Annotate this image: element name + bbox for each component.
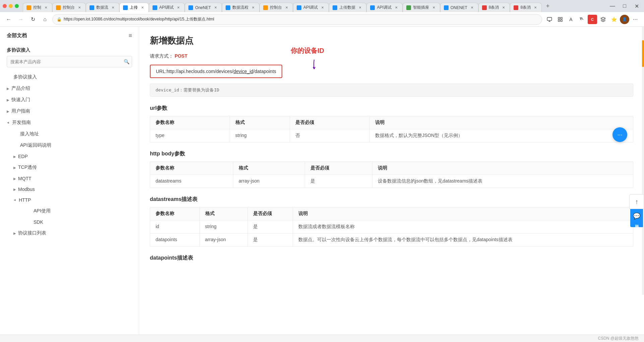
tab-1[interactable]: 控制 ✕ bbox=[23, 3, 52, 12]
sidebar-header: 全部文档 ≡ bbox=[0, 32, 139, 45]
tab-7[interactable]: 数据流程 ✕ bbox=[222, 3, 259, 12]
tab-13[interactable]: ONENET ✕ bbox=[440, 3, 478, 12]
sidebar-menu-icon[interactable]: ≡ bbox=[128, 32, 132, 39]
tab-3-close[interactable]: ✕ bbox=[110, 5, 116, 10]
tab-15-close[interactable]: ✕ bbox=[533, 5, 538, 10]
sidebar-item-api-return-code[interactable]: API返回码说明 bbox=[7, 140, 139, 151]
annotation-label: 你的设备ID bbox=[291, 47, 324, 54]
tab-3[interactable]: 数据流 ✕ bbox=[86, 3, 119, 12]
back-button[interactable]: ← bbox=[4, 15, 13, 24]
table-row: datapoints array-json 是 数据点。可以一次性向设备云上传多… bbox=[150, 233, 633, 247]
main-area: 全部文档 ≡ 多协议接入 🔍 多协议接入 ▶ 产品介绍 ▶ 快速入门 ▶ 用户指… bbox=[0, 27, 644, 335]
ds-param-id-name: id bbox=[150, 220, 200, 233]
body-table-header-desc: 说明 bbox=[372, 162, 633, 175]
sidebar-item-modbus[interactable]: ▶ Modbus bbox=[7, 184, 139, 195]
ds-param-id-required: 是 bbox=[248, 220, 293, 233]
sidebar-item-mqtt[interactable]: ▶ MQTT bbox=[7, 173, 139, 184]
tab-5-close[interactable]: ✕ bbox=[176, 5, 181, 10]
tab-11-close[interactable]: ✕ bbox=[394, 5, 399, 10]
grid-button[interactable] bbox=[555, 15, 565, 24]
sidebar-item-dev-guide[interactable]: ▼ 开发指南 bbox=[0, 117, 139, 128]
tab-5[interactable]: API调试 ✕ bbox=[149, 3, 185, 12]
sidebar-item-protocol-list[interactable]: ▶ 协议接口列表 bbox=[7, 227, 139, 239]
tab-9-close[interactable]: ✕ bbox=[320, 5, 325, 10]
tab-10[interactable]: 上传数据 ✕ bbox=[329, 3, 366, 12]
sidebar-item-quickstart[interactable]: ▶ 快速入门 bbox=[0, 94, 139, 106]
ds-table-header-format: 格式 bbox=[199, 207, 248, 220]
sidebar-item-sdk[interactable]: SDK bbox=[20, 217, 139, 227]
tab-2[interactable]: 控制台 ✕ bbox=[52, 3, 86, 12]
upload-icon: ↑ bbox=[635, 198, 638, 206]
address-bar[interactable]: 🔒 https://open.iot.10086.cn/doc/multipro… bbox=[52, 14, 542, 25]
right-widget: ↑ 💬 联系我们 bbox=[629, 194, 644, 227]
url-table-header-name: 参数名称 bbox=[150, 116, 230, 129]
url-param-desc: 数据格式，默认为完整JSON型（见示例） bbox=[369, 129, 633, 142]
more-button[interactable]: ⋯ bbox=[631, 15, 640, 24]
url-prefix: http://api.heclouds.com/devices/ bbox=[167, 69, 233, 74]
csdn-icon[interactable]: C bbox=[588, 15, 597, 24]
extensions-button[interactable] bbox=[598, 15, 608, 24]
tab-9[interactable]: API调试 ✕ bbox=[293, 3, 329, 12]
home-button[interactable]: ⌂ bbox=[40, 15, 50, 24]
chevron-down-icon: ▼ bbox=[6, 121, 10, 124]
tab-6-close[interactable]: ✕ bbox=[213, 5, 218, 10]
sidebar-item-product-intro[interactable]: ▶ 产品介绍 bbox=[0, 83, 139, 94]
sidebar-item-user-guide[interactable]: ▶ 用户指南 bbox=[0, 106, 139, 117]
browser-frame: 控制 ✕ 控制台 ✕ 数据流 ✕ 上传 ✕ API调试 ✕ bbox=[0, 0, 644, 342]
font-button[interactable]: A bbox=[566, 15, 576, 24]
chevron-down-icon-http: ▼ bbox=[13, 198, 17, 202]
tab-12-close[interactable]: ✕ bbox=[431, 5, 436, 10]
bottom-bar-text: CSDN @超级无敌憨憨 bbox=[598, 336, 639, 341]
tab-8[interactable]: 控制台 ✕ bbox=[259, 3, 293, 12]
scroll-thumb[interactable] bbox=[642, 40, 644, 67]
sidebar-item-access-addr[interactable]: 接入地址 bbox=[7, 128, 139, 140]
new-tab-button[interactable]: + bbox=[543, 1, 552, 11]
tab-14[interactable]: 8条消 ✕ bbox=[478, 3, 510, 12]
sidebar-item-api-use[interactable]: API使用 bbox=[20, 205, 139, 217]
chevron-right-icon-modbus: ▶ bbox=[13, 188, 16, 191]
chat-text: 联系我们 bbox=[634, 221, 640, 224]
upload-icon-btn[interactable]: ↑ bbox=[629, 194, 644, 209]
translate-button[interactable] bbox=[577, 15, 586, 24]
datastreams-table: 参数名称 格式 是否必须 说明 id string 是 数据流或者数据流模板名称… bbox=[150, 207, 633, 247]
sidebar-item-multiprotocol[interactable]: 多协议接入 bbox=[0, 71, 139, 83]
reload-button[interactable]: ↻ bbox=[28, 15, 38, 24]
float-button[interactable]: ··· bbox=[612, 127, 627, 142]
sidebar-item-tcp[interactable]: ▶ TCP透传 bbox=[7, 162, 139, 173]
tab-4-active[interactable]: 上传 ✕ bbox=[119, 3, 149, 12]
sidebar-search-input[interactable] bbox=[7, 56, 132, 67]
tab-11[interactable]: API调试 ✕ bbox=[366, 3, 402, 12]
tab-6[interactable]: OneNET ✕ bbox=[185, 3, 222, 12]
chat-widget[interactable]: 💬 联系我们 bbox=[630, 209, 643, 227]
sidebar-dev-guide-sub: 接入地址 API返回码说明 ▶ EDP ▶ TCP透传 ▶ MQTT ▶ Mod… bbox=[0, 128, 139, 239]
sidebar-item-http[interactable]: ▼ HTTP bbox=[7, 195, 139, 205]
bookmark-button[interactable]: ⭐ bbox=[609, 15, 619, 24]
tab-13-close[interactable]: ✕ bbox=[469, 5, 475, 10]
sidebar-section-label: 多协议接入 bbox=[0, 45, 139, 56]
cast-button[interactable] bbox=[545, 15, 554, 24]
body-param-required: 是 bbox=[305, 175, 372, 188]
tab-7-close[interactable]: ✕ bbox=[250, 5, 256, 10]
svg-rect-1 bbox=[558, 17, 560, 19]
search-icon: 🔍 bbox=[124, 59, 129, 64]
tab-12[interactable]: 智能插座 ✕ bbox=[403, 3, 440, 12]
titlebar: 控制 ✕ 控制台 ✕ 数据流 ✕ 上传 ✕ API调试 ✕ bbox=[0, 0, 644, 12]
tab-14-close[interactable]: ✕ bbox=[501, 5, 506, 10]
tab-8-close[interactable]: ✕ bbox=[284, 5, 289, 10]
request-method-label: 请求方式： POST bbox=[150, 53, 633, 59]
tab-10-close[interactable]: ✕ bbox=[357, 5, 363, 10]
tab-4-close[interactable]: ✕ bbox=[140, 5, 145, 10]
tab-2-close[interactable]: ✕ bbox=[77, 5, 82, 10]
maximize-button[interactable]: □ bbox=[620, 1, 629, 11]
url-label: URL: bbox=[156, 69, 167, 74]
tab-strip: 控制 ✕ 控制台 ✕ 数据流 ✕ 上传 ✕ API调试 ✕ bbox=[23, 0, 542, 12]
float-icon: ··· bbox=[617, 131, 622, 138]
close-button[interactable]: ✕ bbox=[632, 1, 641, 11]
sidebar-item-edp[interactable]: ▶ EDP bbox=[7, 151, 139, 162]
tab-1-close[interactable]: ✕ bbox=[43, 5, 49, 10]
forward-button[interactable]: → bbox=[16, 15, 25, 24]
minimize-button[interactable]: — bbox=[608, 1, 617, 11]
tab-15[interactable]: 8条消 ✕ bbox=[510, 3, 542, 12]
url-suffix: /datapoints bbox=[253, 69, 276, 74]
profile-avatar[interactable]: 👤 bbox=[620, 15, 629, 24]
